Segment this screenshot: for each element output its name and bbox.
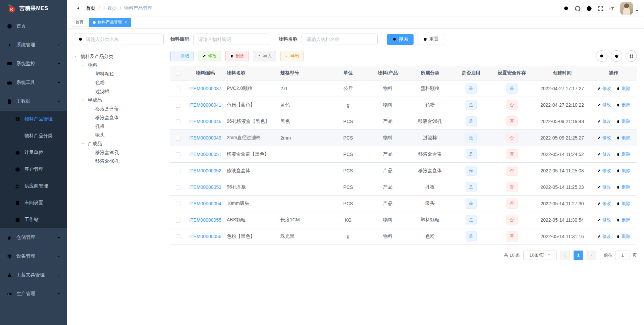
row-delete-button[interactable]: 删除 (616, 184, 630, 190)
sidebar-subitem[interactable]: 工作站 (0, 211, 67, 228)
row-edit-button[interactable]: 修改 (597, 201, 611, 207)
row-edit-button[interactable]: 修改 (597, 168, 611, 174)
material-code-link[interactable]: ITEM00000037 (189, 86, 221, 91)
row-checkbox[interactable] (176, 234, 180, 239)
row-delete-button[interactable]: 删除 (616, 86, 630, 92)
tree-node[interactable]: 吸头 (74, 131, 164, 140)
tab-close-icon[interactable]: × (124, 20, 127, 24)
sidebar-subitem[interactable]: 物料产品管理 (0, 111, 67, 127)
sidebar-item[interactable]: 主数据 (0, 92, 67, 111)
tree-node[interactable]: 移液盒盒体 (74, 113, 164, 122)
material-code-link[interactable]: ITEM00000041 (189, 102, 221, 108)
sidebar-item[interactable]: 生产管理 (0, 284, 67, 303)
sidebar-item[interactable]: 系统管理 (0, 36, 67, 54)
row-edit-button[interactable]: 修改 (597, 184, 611, 190)
search-button[interactable]: 搜索 (387, 34, 414, 45)
row-edit-button[interactable]: 修改 (597, 217, 611, 223)
select-all-checkbox[interactable] (176, 71, 180, 76)
table-tool-button[interactable] (611, 50, 622, 62)
sidebar-item[interactable]: 首页 (0, 17, 67, 36)
row-checkbox[interactable] (176, 218, 180, 223)
sidebar-item[interactable]: 设备管理 (0, 247, 67, 266)
row-checkbox[interactable] (176, 119, 180, 124)
row-checkbox[interactable] (176, 185, 180, 190)
material-code-link[interactable]: ITEM00000051 (189, 152, 221, 157)
next-page-button[interactable]: › (586, 251, 596, 260)
tree-node[interactable]: 移液盒96孔 (74, 148, 164, 157)
breadcrumb-home[interactable]: 首页 (86, 5, 95, 11)
sidebar-subitem[interactable]: 物料产品分类 (0, 127, 67, 144)
row-delete-button[interactable]: 删除 (616, 151, 630, 157)
table-tool-button[interactable] (596, 50, 607, 62)
sidebar-subitem[interactable]: 供应商管理 (0, 178, 67, 195)
tree-node[interactable]: 移液盒盒盖 (74, 105, 164, 113)
row-checkbox[interactable] (176, 103, 180, 108)
user-avatar[interactable] (620, 2, 633, 15)
tree-node[interactable]: 塑料颗粒 (74, 70, 164, 78)
nav-icon-button[interactable] (572, 3, 583, 14)
nav-icon-button[interactable] (560, 3, 572, 14)
toolbar-button[interactable]: 导出 (280, 51, 304, 61)
goto-page-input[interactable] (615, 251, 630, 260)
tree-node[interactable]: 过滤棉 (74, 87, 164, 96)
tree-node[interactable]: 产成品 (74, 140, 164, 148)
prev-page-button[interactable]: ‹ (560, 251, 570, 260)
material-code-link[interactable]: ITEM00000046 (189, 119, 221, 124)
sidebar-item[interactable]: 工装夹具管理 (0, 266, 67, 284)
row-edit-button[interactable]: 修改 (597, 102, 611, 108)
row-edit-button[interactable]: 修改 (597, 118, 611, 124)
nav-icon-button[interactable] (583, 3, 595, 14)
tree-node[interactable]: 色粉 (74, 78, 164, 87)
page-size-select[interactable]: 10条/页 (523, 251, 557, 260)
material-name-input[interactable] (302, 34, 378, 45)
tree-search-input[interactable] (86, 37, 159, 42)
row-delete-button[interactable]: 删除 (616, 118, 630, 124)
material-code-link[interactable]: ITEM00000049 (189, 135, 221, 141)
row-delete-button[interactable]: 删除 (616, 217, 630, 223)
caret-down-icon[interactable] (635, 9, 639, 13)
sidebar-item[interactable]: 系统工具 (0, 73, 67, 92)
row-checkbox[interactable] (176, 202, 180, 206)
tree-node[interactable]: 孔板 (74, 122, 164, 131)
toolbar-button[interactable]: 导入 (253, 51, 276, 61)
sidebar-item[interactable]: 仓储管理 (0, 228, 67, 247)
sidebar-item[interactable]: 系统监控 (0, 54, 67, 73)
toolbar-button[interactable]: 修改 (198, 51, 221, 61)
tab-material-product[interactable]: 物料产品管理 × (89, 18, 131, 27)
material-code-input[interactable] (193, 34, 269, 45)
row-edit-button[interactable]: 修改 (597, 135, 611, 141)
row-delete-button[interactable]: 删除 (616, 102, 630, 108)
table-tool-button[interactable] (626, 50, 637, 62)
row-edit-button[interactable]: 修改 (597, 233, 611, 239)
row-edit-button[interactable]: 修改 (597, 151, 611, 157)
sidebar-subitem[interactable]: 客户管理 (0, 161, 67, 178)
material-code-link[interactable]: ITEM00000053 (189, 184, 221, 190)
material-code-link[interactable]: ITEM00000056 (189, 234, 221, 239)
row-delete-button[interactable]: 删除 (616, 135, 630, 141)
row-checkbox[interactable] (176, 87, 180, 91)
reset-button[interactable]: 重置 (418, 34, 444, 45)
row-delete-button[interactable]: 删除 (616, 233, 630, 239)
toolbar-button[interactable]: 新增 (170, 51, 194, 61)
material-code-link[interactable]: ITEM00000054 (189, 201, 221, 206)
tree-node[interactable]: 物料 (74, 61, 164, 70)
sidebar-fold-icon[interactable] (72, 5, 80, 12)
tree-node[interactable]: 移液盒48孔 (74, 157, 164, 166)
sidebar-subitem[interactable]: 车间设置 (0, 195, 67, 211)
row-checkbox[interactable] (176, 152, 180, 157)
row-checkbox[interactable] (176, 169, 180, 173)
app-logo[interactable]: 苦糖果MES (0, 0, 67, 17)
row-delete-button[interactable]: 删除 (616, 168, 630, 174)
toolbar-button[interactable]: 删除 (225, 51, 249, 61)
nav-icon-button[interactable] (595, 3, 606, 14)
page-number-1[interactable]: 1 (574, 251, 583, 260)
row-checkbox[interactable] (176, 136, 180, 141)
tree-node[interactable]: 物料及产品分类 (74, 52, 164, 61)
row-delete-button[interactable]: 删除 (616, 201, 630, 207)
material-code-link[interactable]: ITEM00000052 (189, 168, 221, 173)
tree-node[interactable]: 半成品 (74, 96, 164, 105)
nav-icon-button[interactable] (606, 3, 618, 14)
row-edit-button[interactable]: 修改 (597, 86, 611, 92)
sidebar-subitem[interactable]: 计量单位 (0, 144, 67, 161)
tab-home[interactable]: 首页 (72, 18, 87, 27)
